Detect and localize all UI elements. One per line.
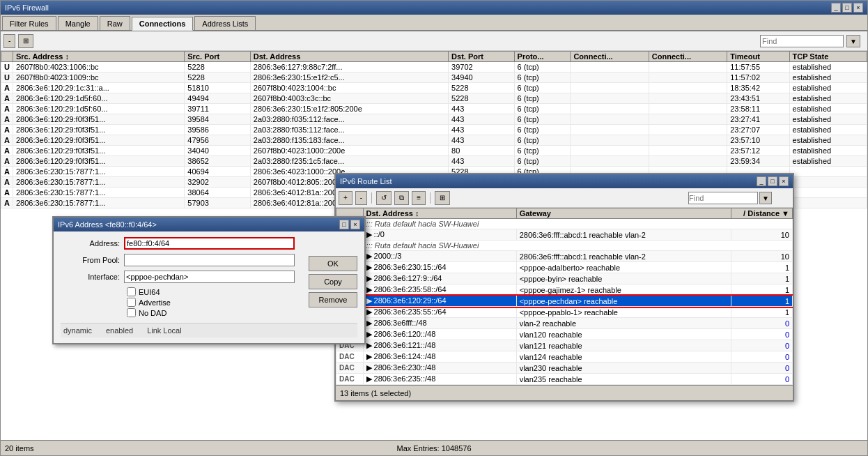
address-label: Address: — [61, 239, 120, 248]
route-table-row[interactable]: DAS▶ 2806:3e6:120:29::/64<pppoe-pechdan>… — [336, 296, 793, 307]
items-count: 20 items — [5, 444, 34, 453]
address-input[interactable] — [124, 237, 295, 250]
route-table-row[interactable]: DAC▶ 2806:3e6:124::/48vlan124 reachable0 — [336, 351, 793, 363]
ipv6-dialog-body: OK Copy Remove Address: From Pool: Inter… — [54, 231, 364, 343]
route-col-gateway[interactable]: Gateway — [516, 208, 731, 219]
close-btn[interactable]: × — [853, 3, 863, 13]
col-flag[interactable] — [1, 52, 13, 62]
ok-button[interactable]: OK — [309, 256, 357, 271]
route-table-row[interactable]: DAC▶ 2806:3e6:121::/48vlan121 reachable0 — [336, 340, 793, 351]
route-table-container[interactable]: Dst. Address ↕ Gateway / Distance ▼ ::: … — [336, 208, 793, 385]
route-table-row[interactable]: DAS▶ 2806:3e6:230:15::/64<pppoe-adalbert… — [336, 262, 793, 273]
eui64-label: EUI64 — [139, 288, 160, 296]
from-pool-label: From Pool: — [61, 256, 120, 264]
col-conn2[interactable]: Connecti... — [649, 52, 727, 62]
minimize-btn[interactable]: _ — [831, 3, 841, 13]
col-conn1[interactable]: Connecti... — [571, 52, 649, 62]
advertise-checkbox[interactable] — [127, 298, 136, 307]
maximize-btn[interactable]: □ — [842, 3, 852, 13]
route-remove-btn[interactable]: - — [355, 191, 367, 205]
route-copy-btn[interactable]: ⧉ — [394, 191, 409, 205]
eui64-checkbox[interactable] — [127, 287, 136, 296]
status-enabled: enabled — [106, 326, 133, 335]
route-title-controls: _ □ × — [757, 176, 789, 186]
route-minimize-btn[interactable]: _ — [757, 176, 766, 186]
route-col-distance[interactable]: / Distance ▼ — [731, 208, 792, 219]
table-row[interactable]: A2806:3e6:120:29:f0f3f51...395842a03:288… — [1, 114, 867, 125]
table-row[interactable]: A2806:3e6:120:29:f0f3f51...395862a03:288… — [1, 125, 867, 135]
copy-button[interactable]: Copy — [309, 274, 357, 289]
route-add-btn[interactable]: + — [339, 191, 352, 205]
col-tcp-state[interactable]: TCP State — [789, 52, 867, 62]
from-pool-input[interactable] — [124, 254, 295, 266]
ipv6-restore-btn[interactable]: □ — [339, 220, 349, 229]
route-table-row[interactable]: DAC▶ 2806:3e6:235::/48vlan235 reachable0 — [336, 374, 793, 385]
col-src-port[interactable]: Src. Port — [185, 52, 251, 62]
window-title: IPv6 Firewall — [5, 3, 49, 12]
find-input[interactable] — [760, 35, 844, 47]
ipv6-title-controls: □ × — [339, 220, 360, 229]
nodad-row: No DAD — [127, 308, 357, 317]
tab-address-lists[interactable]: Address Lists — [194, 16, 256, 30]
tab-raw[interactable]: Raw — [100, 16, 130, 30]
route-table-row[interactable]: DAC▶ 2806:3e6:120::/48vlan120 reachable0 — [336, 329, 793, 340]
ipv6-dialog-buttons: OK Copy Remove — [309, 256, 357, 307]
status-type: dynamic — [63, 326, 92, 335]
table-row[interactable]: A2806:3e6:120:29:1d5f:60...494942607f8b0… — [1, 93, 867, 104]
route-comment-btn[interactable]: ≡ — [412, 191, 426, 205]
interface-row: Interface: — [61, 271, 295, 283]
tab-bar: Filter Rules Mangle Raw Connections Addr… — [1, 15, 867, 31]
route-table-row[interactable]: DAS▶ 2806:3e6:127:9::/64<pppoe-byin> rea… — [336, 273, 793, 284]
route-table-row[interactable]: DAC▶ 2806:3e6fff::/48vlan-2 reachable0 — [336, 318, 793, 329]
col-src-address[interactable]: Src. Address ↕ — [13, 52, 184, 62]
table-row[interactable]: A2806:3e6:120:29:f0f3f51...340402607f8b0… — [1, 146, 867, 156]
route-restore-btn[interactable]: □ — [768, 176, 777, 186]
route-list-window: IPv6 Route List _ □ × + - ↺ ⧉ ≡ ⊞ ▼ Dst.… — [334, 173, 794, 402]
route-table-row[interactable]: DAC▶ 2806:3e6:230::/48vlan230 reachable0 — [336, 363, 793, 374]
table-row[interactable]: A2806:3e6:120:29:f0f3f51...479562a03:288… — [1, 135, 867, 146]
route-table-row[interactable]: DAS▶ 2806:3e6:235:55::/64<pppoe-ppablo-1… — [336, 307, 793, 318]
find-dropdown-btn[interactable]: ▼ — [846, 35, 860, 47]
table-row[interactable]: U2607f8b0:4023:1006::bc52282806:3e6:127:… — [1, 62, 867, 73]
tab-mangle[interactable]: Mangle — [58, 16, 98, 30]
ipv6-address-dialog: IPv6 Address <fe80::f0:4/64> □ × OK Copy… — [52, 216, 366, 344]
status-scope: Link Local — [147, 326, 182, 335]
nodad-label: No DAD — [139, 309, 166, 317]
route-reset-btn[interactable]: ↺ — [376, 191, 392, 205]
nodad-checkbox[interactable] — [127, 308, 136, 317]
table-row[interactable]: U2607f8b0:4023:1009::bc52282806:3e6:230:… — [1, 73, 867, 83]
col-dst-address[interactable]: Dst. Address — [250, 52, 448, 62]
minus-button[interactable]: - — [3, 34, 15, 48]
route-col-dst[interactable]: Dst. Address ↕ — [363, 208, 516, 219]
table-row[interactable]: A2806:3e6:120:29:1c:31::a...518102607f8b… — [1, 83, 867, 93]
route-filter-btn[interactable]: ⊞ — [435, 191, 450, 205]
title-bar: IPv6 Firewall _ □ × — [1, 1, 867, 15]
route-find-input[interactable] — [688, 192, 758, 204]
route-table-row[interactable]: DAS▶ 2806:3e6:235:58::/64<pppoe-gajimez-… — [336, 284, 793, 296]
route-table-row[interactable]: ::: Ruta default hacia SW-Huawei — [336, 241, 793, 251]
route-status-bar: 13 items (1 selected) — [336, 385, 793, 400]
route-table-row[interactable]: AS▶ ::/02806:3e6:fff::abcd:1 reachable v… — [336, 229, 793, 241]
route-toolbar: + - ↺ ⧉ ≡ ⊞ ▼ — [336, 188, 793, 208]
remove-button[interactable]: Remove — [309, 292, 357, 307]
route-find-dropdown[interactable]: ▼ — [759, 192, 772, 204]
tab-connections[interactable]: Connections — [132, 17, 194, 31]
route-items-count: 13 items (1 selected) — [340, 389, 411, 397]
col-dst-port[interactable]: Dst. Port — [449, 52, 515, 62]
col-proto[interactable]: Proto... — [514, 52, 571, 62]
route-rows: ::: Ruta default hacia SW-HuaweiAS▶ ::/0… — [336, 219, 793, 385]
route-table-row[interactable]: AS▶ 2000::/32806:3e6:fff::abcd:1 reachab… — [336, 251, 793, 262]
route-close-btn[interactable]: × — [779, 176, 789, 186]
interface-input[interactable] — [124, 271, 295, 283]
col-timeout[interactable]: Timeout — [727, 52, 789, 62]
dialog-status-row: dynamic enabled Link Local — [61, 323, 357, 337]
tab-filter-rules[interactable]: Filter Rules — [2, 16, 56, 30]
table-row[interactable]: A2806:3e6:120:29:f0f3f51...386522a03:288… — [1, 156, 867, 167]
route-table-row[interactable]: ::: Ruta default hacia SW-Huawei — [336, 219, 793, 229]
advertise-label: Advertise — [139, 298, 171, 307]
route-table: Dst. Address ↕ Gateway / Distance ▼ ::: … — [336, 208, 793, 385]
title-bar-controls: _ □ × — [831, 3, 863, 13]
table-row[interactable]: A2806:3e6:120:29:1d5f:60...397112806:3e6… — [1, 104, 867, 114]
ipv6-close-btn[interactable]: × — [350, 220, 360, 229]
filter-button[interactable]: ⊞ — [18, 34, 33, 48]
